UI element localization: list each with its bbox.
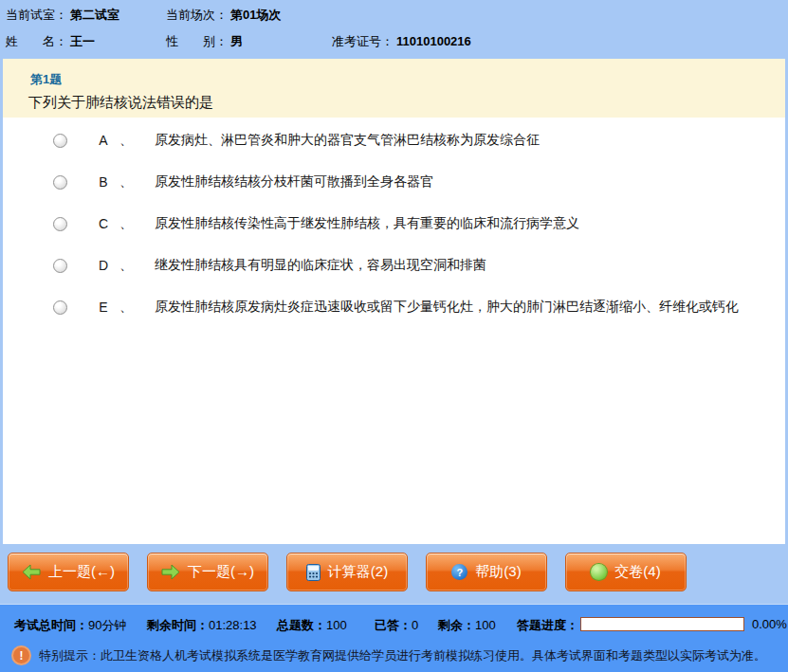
submit-paper-button[interactable]: 交卷(4) — [565, 553, 687, 591]
ticket-number-label: 准考证号： — [332, 34, 394, 48]
answered-label: 已答： — [375, 618, 412, 632]
option-b-separator: 、 — [119, 173, 133, 191]
notice-bar: ! 特别提示：此卫生资格人机考试模拟系统是医学教育网提供给学员进行考前模拟练习使… — [11, 645, 766, 665]
candidate-name-label: 姓 名： — [6, 34, 67, 48]
answer-progress-bar — [580, 617, 744, 631]
total-questions-value: 100 — [326, 618, 347, 632]
candidate-gender-value: 男 — [230, 34, 243, 48]
help-question-icon: ? — [451, 564, 467, 580]
help-label: 帮助(3) — [475, 563, 521, 581]
candidate-gender-field: 性 别：男 — [166, 33, 243, 50]
exam-window: 当前试室：第二试室 当前场次：第01场次 姓 名：王一 性 别：男 准考证号：1… — [0, 0, 788, 672]
question-header: 第1题 下列关于肺结核说法错误的是 — [3, 59, 785, 118]
submit-paper-label: 交卷(4) — [614, 563, 660, 581]
current-session-value: 第01场次 — [230, 8, 281, 22]
option-e-radio[interactable] — [53, 300, 67, 315]
option-c-text: 原发性肺结核传染性高于继发性肺结核，具有重要的临床和流行病学意义 — [155, 215, 579, 232]
current-session-field: 当前场次：第01场次 — [166, 7, 281, 24]
total-time-label: 考试总时间： — [14, 618, 88, 632]
option-d-separator: 、 — [119, 257, 133, 274]
option-a-separator: 、 — [119, 132, 133, 149]
total-time-stat: 考试总时间：90分钟 — [14, 617, 126, 634]
remaining-time-label: 剩余时间： — [147, 618, 209, 632]
option-b-letter: B — [97, 174, 110, 190]
option-d-letter: D — [97, 258, 110, 273]
calculator-icon — [306, 564, 321, 581]
option-b-text: 原发性肺结核结核分枝杆菌可散播到全身各器官 — [155, 173, 433, 191]
total-time-value: 90分钟 — [88, 618, 126, 632]
arrow-right-icon — [161, 564, 180, 580]
calculator-button[interactable]: 计算器(2) — [286, 553, 408, 591]
option-c-radio[interactable] — [53, 217, 67, 231]
current-session-label: 当前场次： — [166, 8, 228, 22]
option-b-radio[interactable] — [53, 175, 67, 190]
current-room-field: 当前试室：第二试室 — [6, 7, 119, 24]
current-room-label: 当前试室： — [6, 8, 67, 22]
footer-bar: 考试总时间：90分钟 剩余时间：01:28:13 总题数：100 已答：0 剩余… — [0, 604, 788, 672]
option-a-radio[interactable] — [53, 134, 67, 148]
answered-stat: 已答：0 — [375, 617, 418, 634]
remaining-questions-label: 剩余： — [438, 618, 475, 632]
submit-green-dot-icon — [591, 564, 607, 580]
current-room-value: 第二试室 — [70, 8, 119, 22]
arrow-left-icon — [22, 564, 41, 580]
next-question-button[interactable]: 下一题(→) — [147, 553, 268, 591]
option-d-radio[interactable] — [53, 259, 67, 273]
remaining-questions-stat: 剩余：100 — [438, 617, 496, 634]
option-e-separator: 、 — [119, 299, 133, 316]
calculator-label: 计算器(2) — [328, 563, 388, 581]
ticket-number-value: 11010100216 — [396, 34, 471, 48]
options-area: A 、 原发病灶、淋巴管炎和肿大的器官支气管淋巴结核称为原发综合征 B 、 原发… — [3, 118, 785, 544]
prev-question-label: 上一题(←) — [48, 563, 115, 581]
option-e-letter: E — [97, 300, 110, 315]
help-button[interactable]: ? 帮助(3) — [426, 553, 547, 591]
next-question-label: 下一题(→) — [188, 563, 254, 581]
option-c-separator: 、 — [119, 215, 133, 232]
total-questions-stat: 总题数：100 — [277, 617, 347, 634]
option-a-letter: A — [97, 133, 110, 148]
prev-question-button[interactable]: 上一题(←) — [8, 553, 129, 591]
option-row-c[interactable]: C 、 原发性肺结核传染性高于继发性肺结核，具有重要的临床和流行病学意义 — [3, 203, 785, 245]
option-row-b[interactable]: B 、 原发性肺结核结核分枝杆菌可散播到全身各器官 — [3, 161, 785, 203]
toolbar: 上一题(←) 下一题(→) 计算器(2) ? 帮助(3) 交卷(4) — [8, 553, 705, 591]
answered-value: 0 — [412, 618, 418, 632]
option-c-letter: C — [97, 216, 110, 231]
candidate-name-value: 王一 — [70, 34, 95, 48]
remaining-questions-value: 100 — [475, 618, 496, 632]
exam-header: 当前试室：第二试室 当前场次：第01场次 姓 名：王一 性 别：男 准考证号：1… — [0, 0, 788, 59]
option-row-a[interactable]: A 、 原发病灶、淋巴管炎和肿大的器官支气管淋巴结核称为原发综合征 — [3, 119, 785, 161]
option-e-text: 原发性肺结核原发病灶炎症迅速吸收或留下少量钙化灶，肿大的肺门淋巴结逐渐缩小、纤维… — [155, 299, 739, 316]
alert-exclamation-icon: ! — [11, 645, 31, 665]
progress-percent: 0.00% — [752, 617, 787, 631]
question-number: 第1题 — [30, 71, 785, 88]
question-panel: 第1题 下列关于肺结核说法错误的是 A 、 原发病灶、淋巴管炎和肿大的器官支气管… — [3, 59, 785, 542]
ticket-number-field: 准考证号：11010100216 — [332, 33, 471, 50]
notice-text: 特别提示：此卫生资格人机考试模拟系统是医学教育网提供给学员进行考前模拟练习使用。… — [39, 647, 766, 664]
candidate-name-field: 姓 名：王一 — [6, 33, 95, 50]
progress-label: 答题进度： — [517, 617, 578, 634]
option-row-e[interactable]: E 、 原发性肺结核原发病灶炎症迅速吸收或留下少量钙化灶，肿大的肺门淋巴结逐渐缩… — [3, 286, 785, 328]
remaining-time-value: 01:28:13 — [209, 618, 257, 632]
remaining-time-stat: 剩余时间：01:28:13 — [147, 617, 257, 634]
question-text: 下列关于肺结核说法错误的是 — [28, 94, 785, 112]
candidate-gender-label: 性 别： — [166, 34, 228, 48]
option-a-text: 原发病灶、淋巴管炎和肿大的器官支气管淋巴结核称为原发综合征 — [155, 132, 540, 149]
option-d-text: 继发性肺结核具有明显的临床症状，容易出现空洞和排菌 — [155, 257, 486, 274]
option-row-d[interactable]: D 、 继发性肺结核具有明显的临床症状，容易出现空洞和排菌 — [3, 245, 785, 286]
total-questions-label: 总题数： — [277, 618, 326, 632]
